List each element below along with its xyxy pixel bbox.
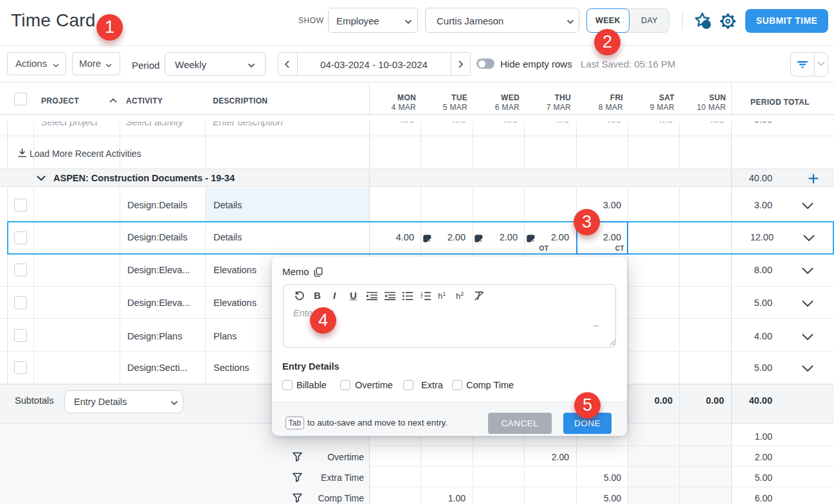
svg-text:2: 2 <box>421 294 423 299</box>
